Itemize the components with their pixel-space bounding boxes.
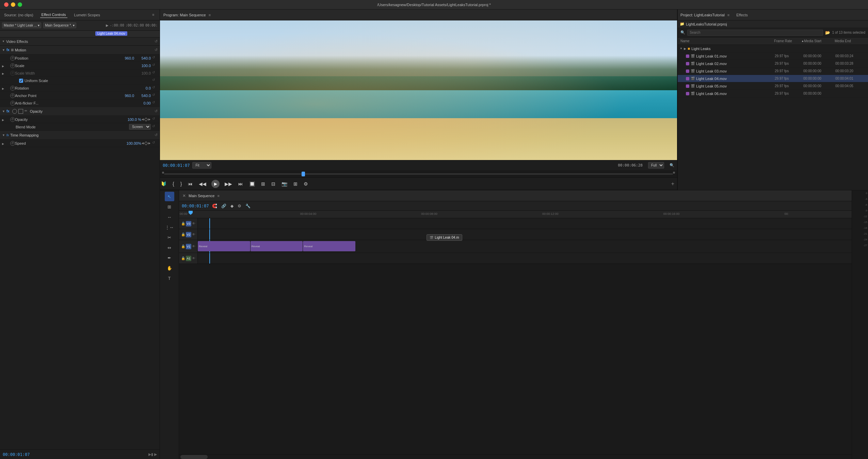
anti-flicker-stopwatch[interactable]: ⏱ — [10, 101, 15, 106]
settings-button[interactable]: ⚙ — [303, 180, 309, 188]
kf-diamond[interactable] — [144, 117, 148, 121]
rotation-stopwatch[interactable]: ⏱ — [10, 86, 15, 91]
overwrite-button[interactable]: ⊟ — [270, 180, 276, 188]
v1-track-content[interactable]: Reveal Reveal Reveal 🎬 Light Leak 04.m — [198, 240, 852, 253]
video-effects-collapse[interactable]: ▼ — [2, 40, 5, 43]
timeline-timecode[interactable]: 00:00:01:07 — [182, 204, 209, 208]
window-controls[interactable] — [4, 2, 22, 7]
scale-expand[interactable]: ▶ — [2, 65, 4, 68]
kf-prev[interactable]: ◀ — [141, 117, 144, 121]
clip-reveal-2[interactable]: Reveal — [251, 241, 303, 251]
timeline-scrollbar[interactable] — [179, 454, 852, 459]
list-item[interactable]: 🎬 Light Leak 03.mov 29.97 fps 00:00:00:0… — [678, 67, 868, 75]
tl-settings-btn[interactable]: ⚙ — [237, 203, 242, 209]
anti-flicker-value[interactable]: 0.00 — [135, 101, 151, 105]
v2-track-content[interactable] — [198, 229, 852, 240]
step-fwd-button[interactable]: ▶▶ — [224, 180, 233, 188]
effect-controls-tab[interactable]: Effect Controls — [40, 12, 67, 18]
speed-expand[interactable]: ▶ — [2, 142, 4, 145]
list-item[interactable]: 🎬 Light Leak 04.mov 29.97 fps 00:00:00:0… — [678, 75, 868, 82]
full-select[interactable]: Full 1/2 1/4 — [648, 162, 664, 169]
project-search-input[interactable] — [687, 30, 823, 36]
slip-tool[interactable]: ⇔ — [165, 243, 174, 252]
export-frame-button[interactable]: 📷 — [280, 180, 288, 188]
fx-clip-label[interactable]: Light Leak 04.mov — [95, 31, 127, 36]
tl-marker-btn[interactable]: ◆ — [230, 203, 234, 209]
time-remap-group-header[interactable]: ▼ fx Time Remapping ↺ — [0, 131, 160, 140]
timeline-ruler[interactable]: 00:00 00:00:04:00 00:00:08:00 00:00:12:0… — [179, 211, 852, 218]
scale-width-value[interactable]: 100.0 — [135, 71, 151, 75]
rect-mask-icon[interactable] — [18, 109, 23, 114]
a1-eye-icon[interactable]: 👁 — [192, 256, 195, 260]
scale-reset[interactable]: ↺ — [152, 63, 158, 68]
clip-reveal-1[interactable]: Reveal — [198, 241, 250, 251]
v2-eye-icon[interactable]: 👁 — [192, 233, 195, 236]
effects-tab[interactable]: Effects — [736, 13, 748, 17]
razor-tool[interactable]: ✂ — [165, 233, 174, 242]
pen-tool[interactable]: ✒ — [165, 253, 174, 263]
speed-kf-next[interactable]: ▶ — [148, 141, 151, 145]
add-transport-button[interactable]: + — [671, 181, 674, 187]
anchor-stopwatch[interactable]: ⏱ — [10, 93, 15, 98]
monitor-current-timecode[interactable]: 00:00:01:07 — [163, 163, 190, 168]
scale-stopwatch[interactable]: ⏱ — [10, 63, 15, 68]
play-icon[interactable]: ▶ — [106, 23, 109, 27]
track-select-tool[interactable]: ⊞ — [165, 202, 174, 211]
a1-track-content[interactable] — [198, 253, 852, 264]
v2-lock-icon[interactable]: 🔒 — [181, 233, 185, 236]
sequence-select[interactable]: Main Sequence *. ▾ — [43, 22, 76, 28]
playbar-head[interactable] — [302, 172, 305, 176]
opacity-value[interactable]: 100.0 % — [126, 117, 141, 122]
type-tool[interactable]: T — [165, 273, 174, 283]
ellipse-mask-icon[interactable] — [12, 109, 17, 114]
speed-reset[interactable]: ↺ — [152, 141, 158, 146]
monitor-playbar[interactable] — [160, 170, 677, 178]
motion-reset[interactable]: ↺ — [155, 48, 158, 52]
selection-tool[interactable]: ↖ — [165, 192, 174, 201]
scale-width-stopwatch[interactable]: ⏱ — [10, 71, 15, 76]
fit-select[interactable]: Fit 25% 50% 75% 100% — [192, 162, 211, 169]
timeline-menu[interactable]: ≡ — [217, 194, 219, 198]
project-file-row[interactable]: 📁 LightLeaksTutorial.prproj — [678, 20, 868, 28]
lumetri-tab[interactable]: Lumetri Scopes — [73, 12, 101, 18]
v1-eye-icon[interactable]: 👁 — [192, 244, 195, 248]
v1-label[interactable]: V1 — [186, 244, 191, 249]
anchor-reset[interactable]: ↺ — [152, 93, 158, 98]
tl-link-btn[interactable]: 🔗 — [221, 203, 227, 209]
play-button[interactable]: ▶ — [211, 180, 220, 188]
anchor-y-value[interactable]: 540.0 — [135, 94, 151, 98]
rotation-reset[interactable]: ↺ — [152, 85, 158, 91]
playbar-track[interactable] — [164, 173, 673, 175]
monitor-menu[interactable]: ≡ — [209, 13, 211, 17]
pen-mask-icon[interactable]: ✏ — [25, 109, 27, 114]
position-y-value[interactable]: 540.0 — [135, 56, 151, 60]
kf-next[interactable]: ▶ — [148, 117, 151, 121]
list-item[interactable]: 🎬 Light Leak 05.mov 29.97 fps 00:00:00:0… — [678, 82, 868, 90]
timeline-close-btn[interactable]: ✕ — [182, 193, 186, 198]
list-item[interactable]: 🎬 Light Leak 06.mov 29.97 fps 00:00:00:0… — [678, 90, 868, 97]
close-button[interactable] — [4, 2, 9, 7]
new-bin-icon[interactable]: 📂 — [825, 30, 830, 35]
scale-value[interactable]: 100.0 — [135, 64, 151, 68]
time-remap-reset[interactable]: ↺ — [155, 133, 158, 137]
opacity-stopwatch[interactable]: ⏱ — [10, 117, 15, 122]
maximize-button[interactable] — [18, 2, 22, 7]
rotation-value[interactable]: 0.0 — [135, 86, 151, 90]
playback-controls[interactable]: ▶▮ ▶ — [148, 452, 157, 457]
project-menu-icon[interactable]: ≡ — [727, 13, 729, 17]
blend-mode-reset[interactable]: ↺ — [152, 124, 158, 130]
uniform-scale-checkbox[interactable] — [19, 79, 23, 83]
ripple-edit-tool[interactable]: ↔ — [165, 212, 174, 222]
uniform-scale-reset[interactable]: ↺ — [152, 78, 158, 83]
v3-eye-icon[interactable]: 👁 — [192, 222, 195, 225]
v3-label[interactable]: V3 — [186, 221, 191, 226]
a1-lock-icon[interactable]: 🔒 — [181, 256, 185, 260]
rolling-edit-tool[interactable]: ⋮↔ — [165, 222, 174, 232]
speed-kf-diamond[interactable] — [144, 141, 148, 145]
timeline-playhead-head[interactable] — [189, 211, 193, 215]
opacity-group-header[interactable]: ▼ fx ✏ Opacity ↺ — [0, 107, 160, 116]
list-item[interactable]: 🎬 Light Leak 01.mov 29.97 fps 00:00:00:0… — [678, 52, 868, 60]
opacity-prop-reset[interactable]: ↺ — [152, 117, 158, 122]
speed-value[interactable]: 100.00% — [126, 141, 141, 145]
go-to-in-button[interactable]: ⏮ — [187, 180, 194, 188]
